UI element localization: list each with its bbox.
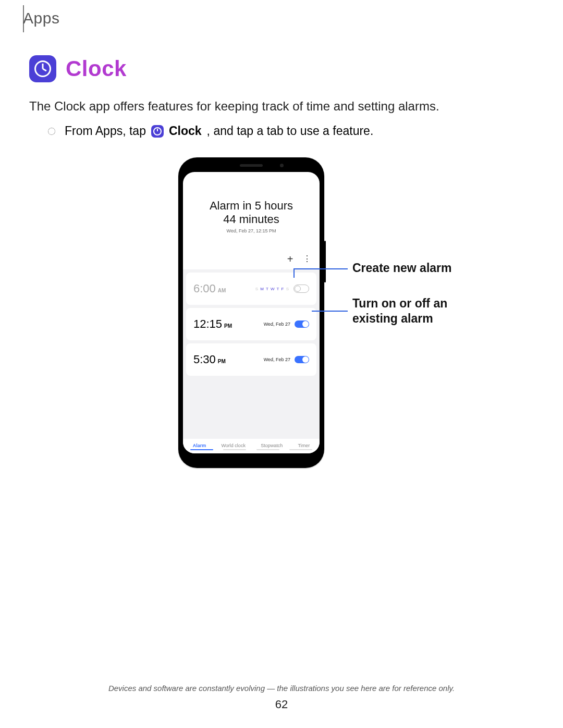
- tab-underline: [183, 449, 320, 453]
- alarm-toggle[interactable]: [293, 285, 309, 293]
- alarm-item[interactable]: 5:30 PM Wed, Feb 27: [186, 343, 316, 376]
- alarm-summary-line2: 44 minutes: [183, 213, 320, 226]
- bottom-tabs: Alarm World clock Stopwatch Timer: [183, 439, 320, 449]
- step-bold: Clock: [169, 124, 202, 138]
- alarm-date: Wed, Feb 27: [264, 357, 290, 362]
- alarm-date: Wed, Feb 27: [264, 322, 290, 327]
- callout-toggle-l1: Turn on or off an: [352, 296, 447, 311]
- alarm-time: 5:30: [193, 353, 216, 366]
- tab-stopwatch[interactable]: Stopwatch: [261, 443, 283, 448]
- page-number: 62: [0, 698, 563, 711]
- alarm-days: S M T W T F S: [255, 287, 289, 291]
- alarm-toggle[interactable]: [295, 356, 309, 363]
- alarm-time: 6:00: [193, 282, 216, 295]
- callout-line: [312, 311, 348, 312]
- alarm-time: 12:15: [193, 317, 222, 331]
- alarm-summary-sub: Wed, Feb 27, 12:15 PM: [183, 228, 320, 233]
- callout-toggle-alarm: Turn on or off an existing alarm: [352, 296, 447, 326]
- alarm-summary: Alarm in 5 hours 44 minutes Wed, Feb 27,…: [183, 172, 320, 233]
- alarm-suffix: AM: [218, 288, 226, 293]
- phone-screen: Alarm in 5 hours 44 minutes Wed, Feb 27,…: [183, 172, 320, 453]
- alarm-item[interactable]: 6:00 AM S M T W T F S: [186, 273, 316, 305]
- alarm-item[interactable]: 12:15 PM Wed, Feb 27: [186, 308, 316, 340]
- footer-note: Devices and software are constantly evol…: [0, 684, 563, 693]
- tab-world-clock[interactable]: World clock: [222, 443, 246, 448]
- clock-icon: [29, 55, 56, 82]
- alarm-toolbar: + ⋮: [183, 253, 320, 269]
- alarm-summary-line1: Alarm in 5 hours: [183, 199, 320, 213]
- step-row: From Apps, tap Clock , and tap a tab to …: [48, 124, 373, 138]
- title-row: Clock: [29, 55, 127, 82]
- earpiece: [240, 164, 263, 167]
- sensor: [280, 164, 284, 167]
- callout-line: [293, 268, 348, 269]
- page-title: Clock: [66, 56, 127, 81]
- step-pre: From Apps, tap: [65, 124, 146, 138]
- callout-toggle-l2: existing alarm: [352, 311, 447, 326]
- bullet-icon: [48, 128, 55, 135]
- alarm-suffix: PM: [218, 359, 226, 364]
- callout-create-alarm: Create new alarm: [352, 261, 451, 276]
- breadcrumb: Apps: [23, 9, 59, 27]
- alarm-suffix: PM: [224, 323, 232, 329]
- intro-text: The Clock app offers features for keepin…: [29, 99, 439, 114]
- tab-timer[interactable]: Timer: [298, 443, 310, 448]
- phone-mockup: Alarm in 5 hours 44 minutes Wed, Feb 27,…: [178, 157, 324, 468]
- alarm-toggle[interactable]: [295, 320, 309, 328]
- alarm-list: 6:00 AM S M T W T F S 12:15 PM Wed, Feb …: [183, 269, 320, 439]
- more-icon[interactable]: ⋮: [303, 254, 311, 264]
- tab-alarm[interactable]: Alarm: [193, 443, 206, 448]
- clock-icon: [151, 125, 164, 138]
- add-alarm-icon[interactable]: +: [287, 253, 293, 265]
- step-post: , and tap a tab to use a feature.: [207, 124, 374, 138]
- callout-line: [293, 268, 295, 278]
